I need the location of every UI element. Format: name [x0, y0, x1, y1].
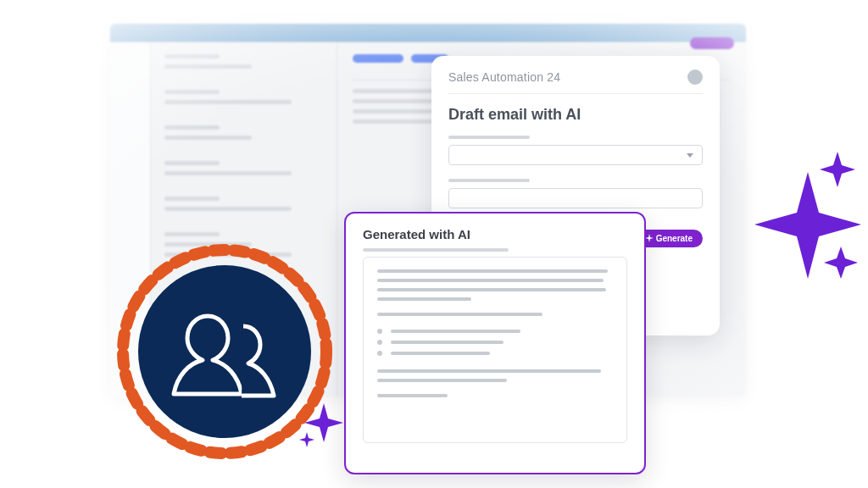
placeholder-line [377, 269, 608, 273]
placeholder-line [164, 136, 252, 140]
placeholder-line [377, 297, 471, 301]
sparkle-icon [736, 147, 863, 291]
placeholder-line [164, 125, 220, 130]
card-header: Sales Automation 24 [448, 69, 703, 94]
accent-pill [690, 37, 734, 49]
card-heading: Draft email with AI [448, 106, 703, 124]
template-dropdown[interactable] [448, 145, 703, 165]
placeholder-line [363, 248, 509, 252]
placeholder-line [164, 207, 292, 211]
placeholder-line [377, 279, 604, 282]
bullet-item [377, 352, 613, 356]
bullet-item [377, 330, 613, 334]
paragraph [377, 269, 613, 301]
bullet-icon [377, 351, 382, 356]
people-icon [165, 301, 284, 402]
placeholder-line [164, 54, 220, 58]
placeholder-line [164, 161, 220, 165]
app-titlebar [110, 24, 746, 42]
placeholder-line [391, 330, 520, 333]
bullet-item [377, 341, 613, 345]
avatar-placeholder-icon [687, 69, 703, 85]
output-meta [363, 248, 627, 252]
illustration-canvas: Sales Automation 24 Draft email with AI … [0, 0, 868, 488]
field-group [448, 179, 703, 208]
field-group [448, 136, 703, 165]
paragraph [377, 313, 613, 316]
placeholder-line [164, 90, 220, 94]
sparkle-icon [297, 400, 346, 449]
placeholder-line [164, 100, 292, 104]
placeholder-line [377, 379, 507, 382]
placeholder-line [391, 341, 504, 344]
placeholder-line [391, 352, 490, 355]
bullet-icon [377, 340, 382, 345]
output-body [363, 257, 627, 443]
badge-disk [138, 265, 311, 438]
placeholder-line [164, 197, 220, 201]
generated-output-card: Generated with AI [344, 212, 646, 474]
card-heading: Generated with AI [363, 227, 627, 241]
generate-button[interactable]: Generate [637, 230, 703, 247]
placeholder-line [164, 64, 252, 69]
placeholder-line [377, 369, 601, 373]
field-label [448, 179, 530, 182]
placeholder-line [377, 394, 448, 397]
placeholder-line [377, 313, 542, 316]
generate-button-label: Generate [656, 234, 693, 243]
field-label [448, 136, 530, 139]
tag-chip [353, 54, 403, 63]
prompt-input[interactable] [448, 188, 703, 208]
placeholder-line [377, 288, 606, 291]
workflow-title: Sales Automation 24 [448, 70, 560, 84]
bullet-icon [377, 329, 382, 334]
placeholder-line [164, 232, 220, 236]
paragraph [377, 394, 613, 397]
placeholder-line [164, 171, 292, 175]
paragraph [377, 369, 613, 382]
